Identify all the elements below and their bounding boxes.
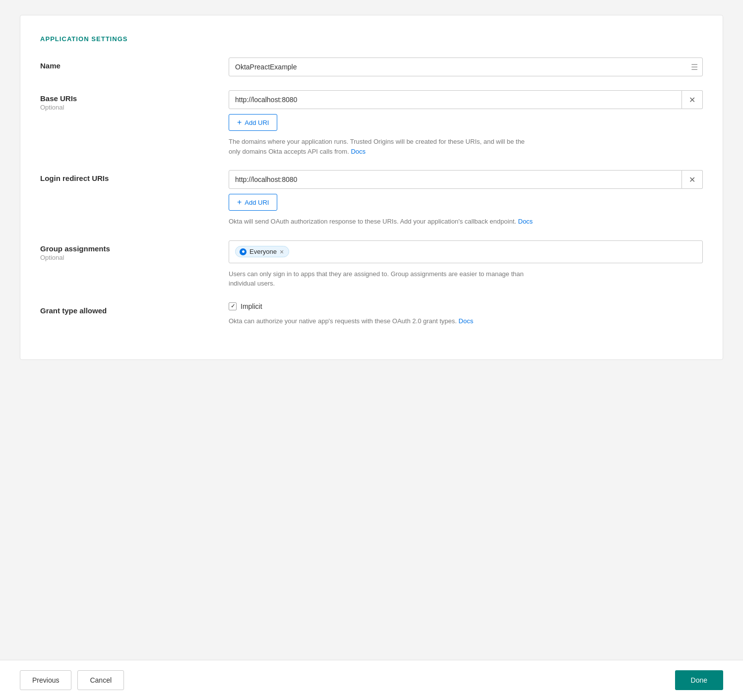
plus-icon-2: + — [237, 198, 242, 207]
grant-type-docs-link[interactable]: Docs — [459, 317, 474, 325]
tag-radio-icon — [240, 248, 247, 255]
group-assignments-row: Group assignments Optional Everyone × Us… — [40, 240, 703, 289]
tag-label: Everyone — [249, 248, 277, 255]
implicit-checkbox[interactable]: ✓ — [229, 302, 237, 310]
login-redirect-add-button[interactable]: + Add URI — [229, 194, 277, 211]
checkmark-icon: ✓ — [231, 303, 235, 309]
base-uris-optional: Optional — [40, 104, 229, 111]
name-label: Name — [40, 61, 229, 70]
list-icon: ☰ — [691, 62, 698, 72]
main-content: APPLICATION SETTINGS Name ☰ Base URIs Op… — [0, 0, 743, 660]
implicit-label: Implicit — [241, 302, 262, 310]
base-uris-helper: The domains where your application runs.… — [229, 137, 536, 156]
section-title: APPLICATION SETTINGS — [40, 35, 703, 43]
name-label-col: Name — [40, 58, 229, 70]
base-uris-control-col: ✕ + Add URI The domains where your appli… — [229, 90, 703, 156]
login-redirect-input-row: ✕ — [229, 170, 703, 189]
name-input-wrapper: ☰ — [229, 58, 703, 76]
tag-radio-inner — [242, 250, 245, 253]
grant-type-helper: Okta can authorize your native app's req… — [229, 316, 536, 326]
login-redirect-docs-link[interactable]: Docs — [518, 218, 533, 225]
name-input[interactable] — [229, 58, 703, 76]
base-uris-clear-button[interactable]: ✕ — [682, 90, 703, 109]
login-redirect-add-label: Add URI — [245, 199, 269, 206]
done-button[interactable]: Done — [675, 670, 723, 690]
login-redirect-uris-row: Login redirect URIs ✕ + Add URI Okta wil… — [40, 170, 703, 227]
everyone-tag: Everyone × — [235, 246, 289, 257]
grant-type-label-col: Grant type allowed — [40, 302, 229, 315]
tag-remove-button[interactable]: × — [280, 248, 284, 255]
login-redirect-helper: Okta will send OAuth authorization respo… — [229, 217, 536, 227]
login-redirect-label-col: Login redirect URIs — [40, 170, 229, 182]
group-assignments-label: Group assignments — [40, 244, 229, 253]
base-uris-input[interactable] — [229, 90, 682, 109]
footer-right: Done — [675, 670, 723, 690]
group-assignments-control-col: Everyone × Users can only sign in to app… — [229, 240, 703, 289]
group-assignments-input-box[interactable]: Everyone × — [229, 240, 703, 263]
base-uris-docs-link[interactable]: Docs — [351, 148, 366, 155]
cancel-button[interactable]: Cancel — [77, 670, 124, 690]
settings-card: APPLICATION SETTINGS Name ☰ Base URIs Op… — [20, 15, 723, 360]
base-uris-row: Base URIs Optional ✕ + Add URI The domai… — [40, 90, 703, 156]
login-redirect-control-col: ✕ + Add URI Okta will send OAuth authori… — [229, 170, 703, 227]
login-redirect-input[interactable] — [229, 170, 682, 189]
footer: Previous Cancel Done — [0, 660, 743, 700]
group-assignments-label-col: Group assignments Optional — [40, 240, 229, 261]
base-uris-label: Base URIs — [40, 94, 229, 103]
previous-button[interactable]: Previous — [20, 670, 71, 690]
login-redirect-clear-button[interactable]: ✕ — [682, 170, 703, 189]
login-redirect-label: Login redirect URIs — [40, 174, 229, 182]
base-uris-add-button[interactable]: + Add URI — [229, 114, 277, 131]
grant-type-label: Grant type allowed — [40, 306, 229, 315]
group-assignments-helper: Users can only sign in to apps that they… — [229, 269, 536, 289]
base-uris-input-row: ✕ — [229, 90, 703, 109]
base-uris-add-label: Add URI — [245, 119, 269, 126]
grant-type-row: Grant type allowed ✓ Implicit Okta can a… — [40, 302, 703, 326]
implicit-checkbox-row: ✓ Implicit — [229, 302, 703, 310]
plus-icon: + — [237, 118, 242, 127]
base-uris-label-col: Base URIs Optional — [40, 90, 229, 111]
group-assignments-optional: Optional — [40, 254, 229, 261]
grant-type-control-col: ✓ Implicit Okta can authorize your nativ… — [229, 302, 703, 326]
name-control-col: ☰ — [229, 58, 703, 76]
name-row: Name ☰ — [40, 58, 703, 76]
